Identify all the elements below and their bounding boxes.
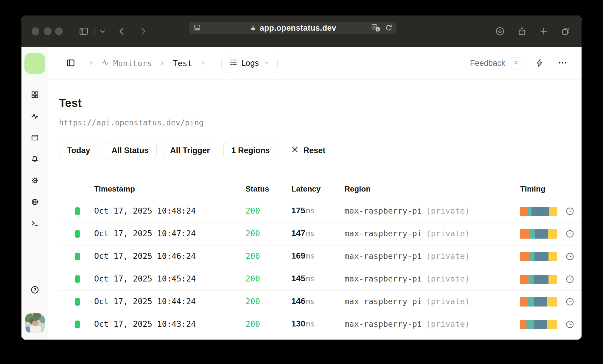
status-cell: 200 [245, 274, 260, 283]
app-content: Monitors Test [48, 47, 582, 340]
region-cell: max-raspberry-pi(private) [344, 229, 470, 238]
timestamp-cell: Oct 17, 2025 10:43:24 [94, 319, 196, 329]
bell-icon[interactable] [31, 155, 39, 163]
url-text: app.openstatus.dev [259, 24, 336, 33]
latency-cell: 145ms [291, 274, 315, 283]
status-page-icon[interactable] [31, 134, 39, 141]
sidebar-toggle-icon[interactable] [79, 27, 88, 36]
view-selector-logs[interactable]: Logs [221, 54, 278, 73]
feedback-button[interactable]: Feedback [470, 59, 505, 68]
ellipsis-icon[interactable] [558, 58, 568, 69]
clock-icon[interactable] [565, 297, 574, 307]
region-cell: max-raspberry-pi(private) [344, 297, 470, 306]
chevron-down-icon [263, 59, 270, 68]
breadcrumb-monitor-name[interactable]: Test [173, 59, 192, 68]
app-sidebar [21, 47, 48, 340]
table-row[interactable]: Oct 17, 2025 10:43:24 200 130ms max-rasp… [59, 313, 582, 336]
filter-regions-button[interactable]: 1 Regions [223, 142, 278, 159]
reset-filters-button[interactable]: Reset [291, 146, 326, 155]
clock-icon[interactable] [565, 275, 574, 285]
clock-icon[interactable] [565, 252, 574, 262]
traffic-light-zoom[interactable] [55, 27, 63, 35]
terminal-icon[interactable] [31, 220, 39, 227]
tab-overview-icon[interactable] [561, 27, 571, 36]
timing-bar [520, 275, 557, 284]
col-latency: Latency [291, 184, 321, 194]
latency-cell: 175ms [291, 206, 315, 215]
timing-bar [520, 207, 557, 216]
user-avatar[interactable] [25, 313, 45, 333]
help-icon[interactable] [30, 285, 39, 295]
app-root: Monitors Test [21, 47, 582, 340]
list-icon [229, 58, 237, 68]
traffic-light-close[interactable] [32, 27, 39, 35]
zap-icon[interactable] [535, 58, 544, 69]
status-dot [75, 298, 80, 306]
dashboard-grid-icon[interactable] [31, 91, 39, 99]
clock-icon[interactable] [565, 207, 574, 217]
status-dot [75, 207, 80, 215]
translate-icon[interactable]: A x [372, 24, 380, 32]
timestamp-cell: Oct 17, 2025 10:47:24 [94, 229, 196, 238]
view-selector-label: Logs [241, 59, 259, 68]
close-icon [291, 146, 299, 155]
download-icon[interactable] [495, 27, 505, 36]
globe-icon[interactable] [31, 198, 39, 206]
region-cell: max-raspberry-pi(private) [344, 319, 470, 329]
browser-toolbar: app.openstatus.dev A x [21, 15, 582, 47]
panel-left-icon[interactable] [66, 58, 75, 69]
timing-bar [520, 320, 557, 329]
table-row[interactable]: Oct 17, 2025 10:48:24 200 175ms max-rasp… [59, 200, 582, 223]
table-row[interactable]: Oct 17, 2025 10:47:24 200 147ms max-rasp… [59, 223, 582, 245]
col-timing: Timing [520, 184, 546, 194]
table-row[interactable]: Oct 17, 2025 10:46:24 200 169ms max-rasp… [59, 245, 582, 268]
filter-trigger-button[interactable]: All Trigger [162, 142, 218, 159]
col-region: Region [344, 184, 371, 194]
clock-icon[interactable] [565, 320, 574, 330]
browser-window: app.openstatus.dev A x [21, 15, 582, 340]
filter-bar: Today All Status All Trigger 1 Regions R… [59, 142, 582, 159]
region-cell: max-raspberry-pi(private) [344, 251, 470, 261]
activity-icon[interactable] [31, 112, 39, 120]
timestamp-cell: Oct 17, 2025 10:45:24 [94, 274, 196, 283]
forward-icon[interactable] [139, 27, 147, 36]
latency-cell: 147ms [291, 228, 315, 238]
new-tab-icon[interactable] [539, 27, 548, 36]
status-cell: 200 [245, 206, 260, 215]
chevron-right-icon [88, 60, 94, 67]
filter-status-button[interactable]: All Status [104, 142, 157, 159]
clock-icon[interactable] [565, 229, 574, 239]
breadcrumb-monitors[interactable]: Monitors [101, 58, 152, 69]
status-dot [75, 230, 80, 238]
status-cell: 200 [245, 251, 260, 261]
gear-icon[interactable] [31, 177, 39, 184]
latency-cell: 146ms [291, 296, 315, 306]
sidebar-chevron-icon[interactable] [100, 30, 105, 34]
page-body: Test https://api.openstatus.dev/ping Tod… [48, 80, 582, 336]
traffic-light-minimize[interactable] [44, 27, 52, 35]
timestamp-cell: Oct 17, 2025 10:46:24 [94, 251, 196, 261]
status-dot [75, 275, 80, 283]
filter-date-button[interactable]: Today [59, 142, 98, 159]
workspace-logo[interactable] [24, 53, 45, 74]
table-row[interactable]: Oct 17, 2025 10:44:24 200 146ms max-rasp… [59, 291, 582, 313]
page-settings-icon[interactable] [193, 24, 201, 32]
chevron-right-icon [160, 60, 165, 67]
timing-bar [520, 297, 557, 307]
page-title: Test [59, 97, 582, 110]
latency-cell: 169ms [291, 251, 315, 261]
reload-icon[interactable] [385, 24, 393, 32]
back-icon[interactable] [117, 27, 126, 36]
timing-bar [520, 252, 557, 261]
region-cell: max-raspberry-pi(private) [344, 274, 470, 283]
table-row[interactable]: Oct 17, 2025 10:45:24 200 145ms max-rasp… [59, 268, 582, 291]
timestamp-cell: Oct 17, 2025 10:48:24 [94, 206, 196, 215]
svg-text:A: A [373, 25, 376, 29]
toolbar-divider [94, 27, 95, 36]
col-timestamp: Timestamp [94, 184, 135, 194]
share-icon[interactable] [517, 27, 527, 36]
endpoint-url: https://api.openstatus.dev/ping [59, 118, 582, 127]
screenshot-root: app.openstatus.dev A x [0, 0, 603, 364]
col-status: Status [245, 184, 269, 194]
address-bar[interactable]: app.openstatus.dev A x [189, 22, 397, 34]
